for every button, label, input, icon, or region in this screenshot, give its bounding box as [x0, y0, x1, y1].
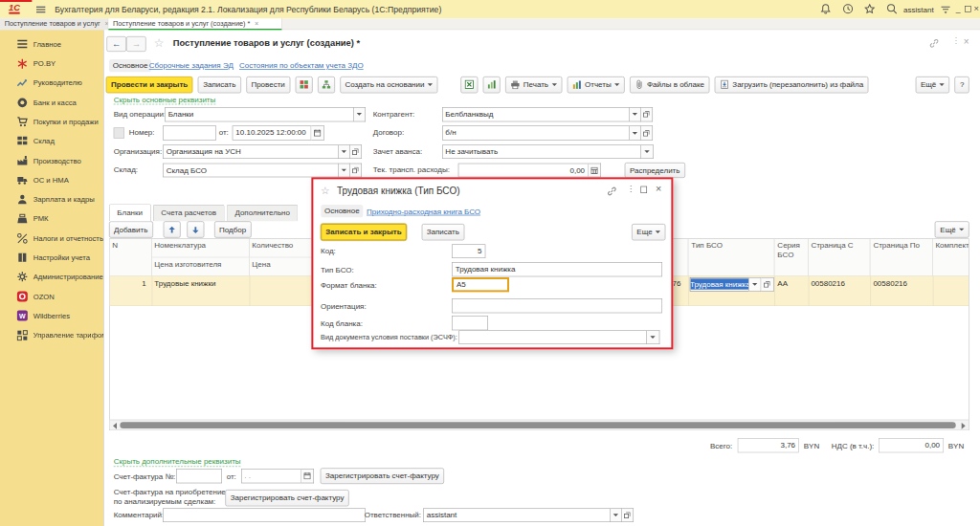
- horizontal-scrollbar[interactable]: [109, 419, 969, 429]
- grid-tab-dopolnitelno[interactable]: Дополнительно: [227, 205, 299, 221]
- grid-more-button[interactable]: Ещё: [935, 222, 969, 238]
- contract-open-icon[interactable]: [641, 126, 653, 141]
- sidebar-item-sklad[interactable]: Склад: [0, 131, 103, 150]
- hide-main-requisites-link[interactable]: Скрыть основные реквизиты: [114, 95, 216, 104]
- transport-calc-icon[interactable]: [589, 164, 601, 178]
- responsible-input[interactable]: assistant: [423, 508, 611, 522]
- sidebar-item-proizvodstvo[interactable]: Производство: [0, 151, 103, 170]
- history-clock-icon[interactable]: [842, 3, 854, 14]
- sidebar-item-pokupki-prodazhi[interactable]: Покупки и продажи: [0, 112, 103, 131]
- reports-button[interactable]: Отчеты: [567, 77, 624, 93]
- scrollbar-thumb[interactable]: [120, 422, 955, 428]
- modal-code-input[interactable]: 5: [452, 244, 485, 258]
- warehouse-open-icon[interactable]: [350, 164, 362, 178]
- grid-tab-blanki[interactable]: Бланки: [109, 204, 151, 221]
- date-calendar-icon[interactable]: [311, 126, 323, 141]
- restore-button[interactable]: [965, 6, 971, 12]
- minimize-button[interactable]: _: [956, 4, 961, 13]
- number-lock-icon[interactable]: [114, 127, 124, 138]
- close-window-button[interactable]: ×: [973, 3, 978, 13]
- register-invoice-button[interactable]: Зарегистрировать счет-фактуру: [321, 468, 444, 484]
- advance-input[interactable]: Не зачитывать: [442, 144, 641, 159]
- favorite-star-icon[interactable]: ☆: [154, 36, 165, 51]
- sidebar-item-rmk[interactable]: РМК: [0, 209, 103, 229]
- sidebar-item-zarplata-kadry[interactable]: Зарплата и кадры: [0, 189, 103, 208]
- org-input[interactable]: Организация на УСН: [163, 144, 339, 159]
- org-dropdown-icon[interactable]: [339, 144, 350, 159]
- load-from-file-button[interactable]: Загрузить (перезаполнить) из файла: [715, 77, 869, 93]
- modal-doc-kind-dropdown-icon[interactable]: [647, 330, 659, 344]
- excel-icon[interactable]: [460, 77, 478, 93]
- comment-input[interactable]: [163, 508, 366, 522]
- post-and-close-button[interactable]: Провести и закрыть: [106, 77, 193, 93]
- bso-type-cell-input[interactable]: Трудовая книжка: [689, 277, 748, 292]
- invoice-calendar-icon[interactable]: [301, 469, 314, 483]
- contractor-dropdown-icon[interactable]: [630, 107, 641, 121]
- operation-dropdown-icon[interactable]: [354, 107, 366, 121]
- doc-nav-current[interactable]: Основное: [109, 59, 152, 72]
- date-input[interactable]: 10.10.2025 12:00:00: [233, 126, 312, 141]
- scroll-left-icon[interactable]: [113, 423, 117, 429]
- contractor-open-icon[interactable]: [641, 107, 653, 121]
- row-up-button[interactable]: [163, 222, 180, 238]
- org-open-icon[interactable]: [350, 144, 362, 159]
- notifications-bell-icon[interactable]: [820, 3, 832, 14]
- number-input[interactable]: [163, 126, 216, 141]
- doc-nav-link-sostoyaniya[interactable]: Состояния по объектам учета ЗДО: [239, 61, 364, 70]
- modal-type-input[interactable]: Трудовая книжка: [452, 262, 662, 276]
- grid-pick-button[interactable]: Подбор: [214, 222, 252, 238]
- help-button[interactable]: ?: [955, 77, 969, 93]
- modal-blank-code-input[interactable]: [452, 316, 488, 330]
- scroll-right-icon[interactable]: [962, 423, 966, 429]
- post-button[interactable]: Провести: [246, 77, 290, 93]
- sidebar-item-wildberries[interactable]: WWildberries: [0, 306, 103, 325]
- search-icon[interactable]: [886, 3, 898, 14]
- related-documents-icon[interactable]: [318, 77, 335, 93]
- contract-dropdown-icon[interactable]: [630, 126, 641, 141]
- favorites-star-icon[interactable]: [864, 3, 876, 14]
- contract-input[interactable]: б/н: [442, 126, 630, 141]
- grid-tab-scheta[interactable]: Счета расчетов: [153, 205, 225, 221]
- main-menu-icon[interactable]: [36, 7, 45, 13]
- distribute-button[interactable]: Распределить: [625, 163, 685, 178]
- sidebar-item-poby[interactable]: PO.BY: [0, 54, 103, 73]
- modal-save-button[interactable]: Записать: [421, 224, 464, 240]
- tab-postuplenie-list[interactable]: Поступление товаров и услуг×: [0, 18, 108, 30]
- sidebar-item-rukovoditelyu[interactable]: Руководителю: [0, 74, 103, 93]
- bso-type-dropdown-icon[interactable]: [748, 277, 761, 292]
- create-based-on-button[interactable]: Создать на основании: [340, 77, 437, 93]
- cloud-files-button[interactable]: Файлы в облаке: [630, 77, 709, 93]
- modal-maximize-icon[interactable]: [640, 186, 647, 193]
- responsible-dropdown-icon[interactable]: [611, 508, 622, 522]
- warehouse-input[interactable]: Склад БСО: [163, 164, 339, 178]
- grid-add-button[interactable]: Добавить: [109, 222, 153, 238]
- row-down-button[interactable]: [187, 222, 204, 238]
- more-dots-icon[interactable]: ⋮: [952, 36, 960, 45]
- operation-input[interactable]: Бланки: [165, 107, 354, 121]
- forward-button[interactable]: →: [126, 36, 146, 52]
- modal-star-icon[interactable]: ☆: [321, 184, 330, 196]
- tab-close-icon[interactable]: ×: [255, 19, 258, 27]
- modal-nav-link[interactable]: Приходно-расходная книга БСО: [367, 207, 480, 215]
- sidebar-item-nalogi[interactable]: Налоги и отчетность: [0, 229, 103, 248]
- sidebar-item-bank-kassa[interactable]: Банк и касса: [0, 93, 103, 112]
- structure-report-icon[interactable]: [483, 77, 501, 93]
- contractor-input[interactable]: Белбланквыд: [442, 107, 630, 121]
- modal-link-icon[interactable]: [607, 186, 617, 196]
- modal-more-button[interactable]: Еще: [632, 224, 666, 240]
- sidebar-item-nastroyki[interactable]: Настройки учета: [0, 248, 103, 267]
- transport-input[interactable]: 0,00: [458, 164, 589, 178]
- warehouse-dropdown-icon[interactable]: [339, 164, 350, 178]
- print-button[interactable]: Печать: [505, 77, 562, 93]
- more-button[interactable]: Ещё: [916, 77, 950, 93]
- close-form-icon[interactable]: ×: [964, 36, 969, 47]
- write-button[interactable]: Записать: [198, 77, 241, 93]
- sidebar-item-glavnoe[interactable]: Главное: [0, 34, 103, 54]
- advance-dropdown-icon[interactable]: [641, 144, 654, 159]
- invoice-date-input[interactable]: . .: [241, 469, 301, 483]
- register-invoice2-button[interactable]: Зарегистрировать счет-фактуру: [225, 490, 348, 506]
- current-user[interactable]: assistant: [903, 5, 934, 13]
- bso-type-open-icon[interactable]: [761, 277, 773, 292]
- modal-close-icon[interactable]: ×: [656, 184, 661, 195]
- sidebar-item-ozon[interactable]: OZON: [0, 287, 103, 306]
